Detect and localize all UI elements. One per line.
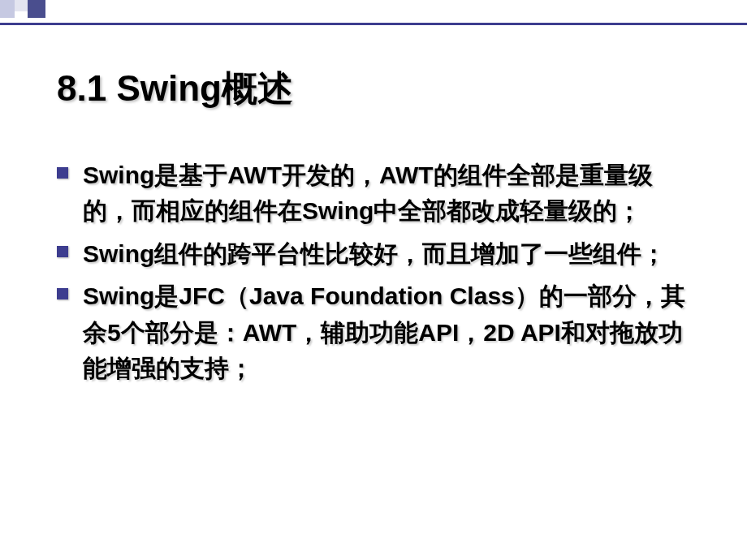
bullet-text: Swing是JFC（Java Foundation Class）的一部分，其余5… (83, 278, 690, 386)
slide-header-decoration (0, 0, 45, 18)
deco-square-light (0, 0, 15, 18)
bullet-square-icon (57, 167, 68, 179)
slide-content: 8.1 Swing概述 Swing是基于AWT开发的，AWT的组件全部是重量级的… (0, 0, 747, 386)
bullet-text: Swing是基于AWT开发的，AWT的组件全部是重量级的，而相应的组件在Swin… (83, 157, 690, 230)
bullet-text: Swing组件的跨平台性比较好，而且增加了一些组件； (83, 236, 666, 272)
slide-title: 8.1 Swing概述 (57, 65, 690, 113)
list-item: Swing是JFC（Java Foundation Class）的一部分，其余5… (57, 278, 690, 386)
deco-square-lighter (15, 0, 28, 11)
bullet-square-icon (57, 288, 68, 299)
list-item: Swing组件的跨平台性比较好，而且增加了一些组件； (57, 236, 690, 272)
bullet-list: Swing是基于AWT开发的，AWT的组件全部是重量级的，而相应的组件在Swin… (57, 157, 690, 386)
list-item: Swing是基于AWT开发的，AWT的组件全部是重量级的，而相应的组件在Swin… (57, 157, 690, 230)
deco-square-dark (28, 0, 45, 18)
bullet-square-icon (57, 246, 68, 257)
header-divider-line (0, 23, 747, 25)
